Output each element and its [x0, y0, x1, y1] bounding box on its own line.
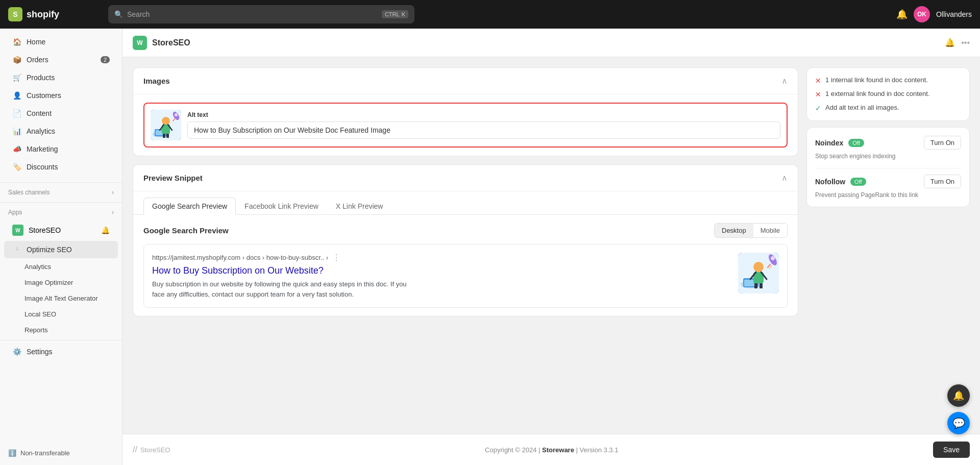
collapse-images-icon[interactable]: ∧ [781, 76, 788, 86]
content-scroll: Images ∧ [122, 57, 980, 434]
preview-snippet-card: Preview Snippet ∧ Google Search Preview … [133, 164, 798, 316]
sidebar-item-label: Products [27, 74, 55, 82]
info-text-1: 1 internal link found in doc content. [825, 76, 928, 84]
google-preview-image [738, 253, 779, 293]
store-seo-label: StoreSEO [29, 226, 61, 234]
sidebar-item-label: Optimize SEO [27, 246, 72, 254]
app-footer: // StoreSEO Copyright © 2024 | Storeware… [122, 434, 980, 465]
home-icon: 🏠 [12, 37, 21, 46]
footer-copyright: Copyright © 2024 | Storeware | Version 3… [485, 446, 618, 454]
store-seo-app-item[interactable]: W StoreSEO 🔔 [4, 221, 118, 240]
alt-text-field-container: Alt text [187, 111, 780, 139]
sidebar-item-label: Home [27, 38, 45, 46]
info-text-3: Add alt text in all images. [825, 104, 899, 111]
nofollow-turn-on-button[interactable]: Turn On [924, 175, 961, 188]
save-button[interactable]: Save [933, 442, 970, 458]
sales-channels-section[interactable]: Sales channels › [0, 185, 122, 200]
sidebar-sub-local-seo[interactable]: Local SEO [4, 307, 118, 322]
tab-facebook-link[interactable]: Facebook Link Preview [236, 198, 327, 215]
nofollow-row: Nofollow Off Turn On Prevent passing Pag… [815, 175, 961, 199]
sidebar-sub-image-alt-text[interactable]: Image Alt Text Generator [4, 291, 118, 306]
marketing-icon: 📣 [12, 144, 21, 154]
google-url-more-icon[interactable]: ⋮ [332, 253, 340, 262]
google-preview-title[interactable]: How to Buy Subscription on Our Website? [152, 265, 730, 276]
info-text-2: 1 external link found in doc content. [825, 90, 930, 97]
main-layout: 🏠 Home 📦 Orders 2 🛒 Products 👤 Customers… [0, 29, 980, 465]
preview-section-title: Google Search Preview [143, 226, 229, 235]
app-header-icon: W [133, 36, 147, 50]
non-transferable-item: ℹ️ Non-transferable [0, 445, 122, 461]
sidebar-item-analytics[interactable]: 📊 Analytics [4, 123, 118, 140]
notification-bell-icon[interactable]: 🔔 [896, 9, 908, 20]
nofollow-header: Nofollow Off Turn On [815, 175, 961, 188]
sidebar-item-marketing[interactable]: 📣 Marketing [4, 140, 118, 158]
desktop-toggle-btn[interactable]: Desktop [715, 224, 753, 237]
username: Ollivanders [936, 10, 972, 18]
sidebar-item-customers[interactable]: 👤 Customers [4, 87, 118, 104]
sidebar-item-orders[interactable]: 📦 Orders 2 [4, 51, 118, 68]
noindex-desc: Stop search engines indexing [815, 153, 961, 160]
settings-icon: ⚙️ [12, 347, 21, 356]
sidebar-item-optimize-seo[interactable]: └ Optimize SEO [4, 241, 118, 258]
sidebar-sub-reports[interactable]: Reports [4, 323, 118, 337]
sidebar-sub-analytics[interactable]: Analytics [4, 259, 118, 274]
app-header-right: 🔔 ••• [945, 38, 970, 47]
svg-rect-19 [754, 283, 757, 288]
sub-reports-label: Reports [24, 326, 48, 334]
success-icon-1: ✓ [815, 104, 821, 112]
sidebar-item-label: Analytics [27, 127, 55, 135]
apps-section[interactable]: Apps › [0, 205, 122, 220]
svg-point-17 [753, 262, 764, 272]
store-seo-app-icon: W [12, 225, 23, 236]
app-more-icon[interactable]: ••• [961, 38, 970, 47]
footer-logo-icon: // [133, 445, 137, 454]
search-icon: 🔍 [114, 10, 123, 18]
sub-tree-icon: └ [12, 245, 21, 254]
images-card-header: Images ∧ [133, 68, 798, 94]
noindex-label: Noindex [815, 139, 843, 147]
nofollow-desc: Prevent passing PageRank to this link [815, 191, 961, 199]
app-bell-icon[interactable]: 🔔 [101, 226, 110, 234]
error-icon-2: ✕ [815, 90, 821, 99]
sidebar-item-settings[interactable]: ⚙️ Settings [4, 343, 118, 360]
fab-bell-button[interactable]: 🔔 [947, 384, 970, 407]
noindex-turn-on-button[interactable]: Turn On [924, 136, 961, 150]
sub-image-alt-text-label: Image Alt Text Generator [24, 295, 98, 302]
sidebar-item-products[interactable]: 🛒 Products [4, 69, 118, 86]
sidebar-sub-image-optimizer[interactable]: Image Optimizer [4, 275, 118, 290]
avatar[interactable]: OK [914, 6, 930, 22]
search-shortcut: CTRL K [382, 10, 408, 18]
sidebar-divider3 [0, 340, 122, 340]
chevron-right-icon: › [112, 189, 114, 196]
app-bell-icon[interactable]: 🔔 [945, 38, 955, 47]
error-icon-1: ✕ [815, 77, 821, 85]
alt-text-label: Alt text [187, 111, 780, 118]
noindex-row: Noindex Off Turn On Stop search engines … [815, 136, 961, 160]
sidebar-item-home[interactable]: 🏠 Home [4, 33, 118, 51]
images-section-title: Images [143, 77, 170, 85]
shopify-logo: S shopify [8, 7, 100, 21]
nofollow-badge: Off [850, 178, 866, 186]
collapse-preview-icon[interactable]: ∧ [781, 173, 788, 183]
alt-text-thumbnail [151, 110, 181, 140]
sidebar-item-discounts[interactable]: 🏷️ Discounts [4, 158, 118, 176]
sidebar-item-content[interactable]: 📄 Content [4, 105, 118, 122]
mobile-toggle-btn[interactable]: Mobile [753, 224, 787, 237]
fab-chat-button[interactable]: 💬 [947, 412, 970, 434]
tab-google-search[interactable]: Google Search Preview [143, 198, 236, 215]
shopify-logo-text: shopify [27, 9, 59, 20]
tab-x-link[interactable]: X Link Preview [327, 198, 392, 215]
alt-text-input[interactable] [187, 121, 780, 139]
footer-logo: // StoreSEO [133, 445, 170, 454]
search-bar[interactable]: 🔍 Search CTRL K [108, 5, 414, 23]
app-header-title: StoreSEO [152, 38, 190, 47]
sidebar-divider2 [0, 202, 122, 203]
fab-container: 🔔 💬 [947, 384, 970, 434]
sidebar-item-label: Orders [27, 56, 48, 64]
sidebar-divider [0, 182, 122, 183]
preview-snippet-title: Preview Snippet [143, 174, 203, 182]
app-header: W StoreSEO 🔔 ••• [122, 29, 980, 57]
preview-device-toggle: Desktop Mobile [714, 223, 788, 238]
topbar-right: 🔔 OK Ollivanders [896, 6, 972, 22]
noindex-header: Noindex Off Turn On [815, 136, 961, 150]
